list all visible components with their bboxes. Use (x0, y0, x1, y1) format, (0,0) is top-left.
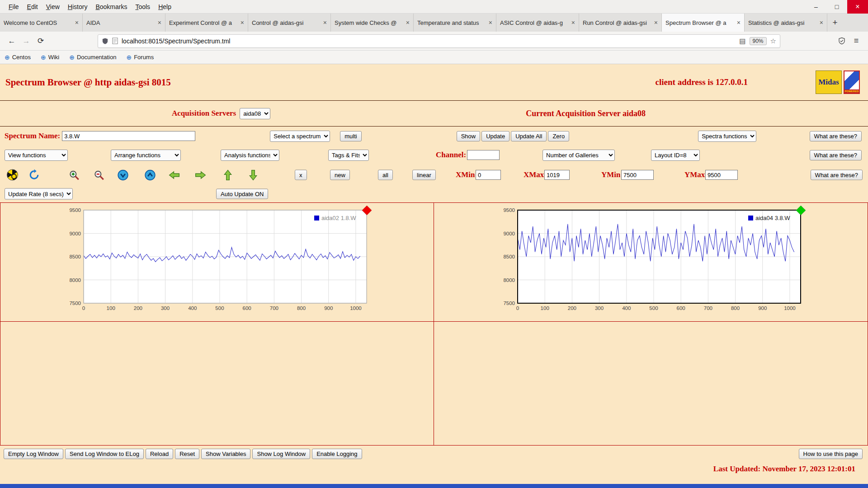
spectrum-name-input[interactable] (62, 131, 195, 141)
gallery-panel-3[interactable] (0, 322, 434, 445)
expand-y-down-icon[interactable] (117, 169, 129, 181)
close-icon[interactable]: × (847, 0, 868, 14)
tab-close-icon[interactable]: × (737, 19, 741, 26)
tab-close-icon[interactable]: × (571, 19, 575, 26)
update-button[interactable]: Update (481, 131, 509, 141)
auto-update-button[interactable]: Auto Update ON (216, 189, 268, 199)
tracking-shield-icon[interactable] (102, 38, 108, 45)
minimize-icon[interactable]: – (806, 0, 826, 14)
radiation-icon[interactable] (6, 169, 19, 181)
xmax-input[interactable] (544, 170, 570, 180)
select-spectrum-dropdown[interactable]: Select a spectrum (270, 131, 330, 142)
channel-input[interactable] (467, 150, 500, 160)
zoom-level-badge[interactable]: 90% (750, 37, 767, 45)
pan-down-icon[interactable] (247, 169, 259, 181)
forward-icon[interactable]: → (19, 34, 33, 48)
menu-history[interactable]: History (64, 1, 92, 12)
new-button[interactable]: new (330, 170, 350, 180)
arrange-functions-dropdown[interactable]: Arrange functions (111, 150, 181, 161)
analysis-functions-dropdown[interactable]: Analysis functions (221, 150, 279, 161)
tab-6[interactable]: ASIC Control @ aidas-g× (496, 14, 579, 32)
shield-check-icon[interactable] (835, 34, 849, 48)
url-bar[interactable]: localhost:8015/Spectrum/Spectrum.tml ▤ 9… (98, 34, 780, 48)
what-are-these-button[interactable]: What are these? (810, 131, 862, 141)
menu-help[interactable]: Help (154, 1, 175, 12)
tab-close-icon[interactable]: × (241, 19, 244, 26)
bookmark-wiki[interactable]: ⊕Wiki (41, 54, 59, 61)
how-to-use-button[interactable]: How to use this page (799, 449, 863, 459)
tab-7[interactable]: Run Control @ aidas-gsi× (579, 14, 662, 32)
tab-0[interactable]: Welcome to CentOS× (0, 14, 83, 32)
view-functions-dropdown[interactable]: View functions (5, 150, 68, 161)
update-all-button[interactable]: Update All (511, 131, 547, 141)
zero-button[interactable]: Zero (548, 131, 569, 141)
enable-logging-button[interactable]: Enable Logging (312, 449, 362, 459)
reload-button[interactable]: Reload (146, 449, 173, 459)
back-icon[interactable]: ← (5, 34, 19, 48)
tab-2[interactable]: Experiment Control @ a× (165, 14, 248, 32)
tab-close-icon[interactable]: × (654, 19, 658, 26)
tab-1[interactable]: AIDA× (83, 14, 165, 32)
tab-close-icon[interactable]: × (323, 19, 327, 26)
tab-close-icon[interactable]: × (820, 19, 823, 26)
galleries-dropdown[interactable]: Number of Galleries (542, 150, 615, 161)
linear-button[interactable]: linear (412, 170, 436, 180)
multi-button[interactable]: multi (340, 131, 361, 141)
show-log-window-button[interactable]: Show Log Window (252, 449, 310, 459)
refresh-icon[interactable] (28, 169, 40, 181)
gallery-panel-4[interactable] (434, 322, 868, 445)
what-are-these-button[interactable]: What are these? (811, 170, 863, 180)
spectrum-chart-aida02[interactable]: 0100200300400500600700800900100075008000… (61, 206, 373, 319)
tab-3[interactable]: Control @ aidas-gsi× (248, 14, 331, 32)
pan-right-icon[interactable] (194, 169, 207, 181)
tab-close-icon[interactable]: × (406, 19, 410, 26)
show-variables-button[interactable]: Show Variables (201, 449, 250, 459)
expand-y-up-icon[interactable] (144, 169, 156, 181)
pan-up-icon[interactable] (222, 169, 234, 181)
hamburger-menu-icon[interactable]: ≡ (849, 34, 863, 48)
tab-4[interactable]: System wide Checks @× (331, 14, 414, 32)
update-rate-dropdown[interactable]: Update Rate (8 secs) (5, 188, 73, 200)
reader-view-icon[interactable]: ▤ (739, 37, 745, 45)
spectrum-chart-aida04[interactable]: 0100200300400500600700800900100075008000… (495, 206, 807, 319)
pan-left-icon[interactable] (168, 169, 180, 181)
tab-5[interactable]: Temperature and status× (414, 14, 496, 32)
reset-button[interactable]: Reset (175, 449, 199, 459)
layout-id-dropdown[interactable]: Layout ID=8 (651, 150, 700, 161)
tab-close-icon[interactable]: × (158, 19, 161, 26)
page-info-icon[interactable] (112, 38, 118, 44)
reload-icon[interactable]: ⟳ (33, 34, 48, 48)
menu-view[interactable]: View (42, 1, 64, 12)
acquisition-server-select[interactable]: aida08 (240, 108, 270, 119)
menu-edit[interactable]: Edit (23, 1, 42, 12)
bookmark-documentation[interactable]: ⊕Documentation (69, 54, 116, 61)
empty-log-window-button[interactable]: Empty Log Window (4, 449, 63, 459)
menu-bookmarks[interactable]: Bookmarks (91, 1, 131, 12)
url-text[interactable]: localhost:8015/Spectrum/Spectrum.tml (122, 38, 739, 45)
bookmark-star-icon[interactable]: ☆ (770, 37, 776, 45)
send-log-window-to-elog-button[interactable]: Send Log Window to ELog (65, 449, 144, 459)
gallery-panel-1[interactable]: 0100200300400500600700800900100075008000… (0, 203, 434, 322)
show-button[interactable]: Show (457, 131, 481, 141)
tab-active[interactable]: Spectrum Browser @ a× (662, 14, 745, 32)
tags-fits-dropdown[interactable]: Tags & Fits (328, 150, 369, 161)
bookmark-forums[interactable]: ⊕Forums (126, 54, 154, 61)
bookmark-centos[interactable]: ⊕Centos (5, 54, 31, 61)
tab-9[interactable]: Statistics @ aidas-gsi× (745, 14, 827, 32)
zoom-in-icon[interactable] (68, 169, 80, 181)
menu-tools[interactable]: Tools (131, 1, 154, 12)
spectra-functions-dropdown[interactable]: Spectra functions (698, 131, 756, 142)
new-tab-icon[interactable]: + (827, 14, 843, 32)
what-are-these-button[interactable]: What are these? (810, 150, 862, 160)
zoom-out-icon[interactable] (93, 169, 105, 181)
x-axis-button[interactable]: x (295, 170, 307, 180)
ymin-input[interactable] (621, 170, 654, 180)
tab-close-icon[interactable]: × (489, 19, 492, 26)
xmin-input[interactable] (476, 170, 501, 180)
ymax-input[interactable] (705, 170, 738, 180)
tab-close-icon[interactable]: × (75, 19, 79, 26)
menu-file[interactable]: File (5, 1, 23, 12)
all-button[interactable]: all (378, 170, 393, 180)
gallery-panel-2[interactable]: 0100200300400500600700800900100075008000… (434, 203, 868, 322)
maximize-icon[interactable]: □ (826, 0, 847, 14)
